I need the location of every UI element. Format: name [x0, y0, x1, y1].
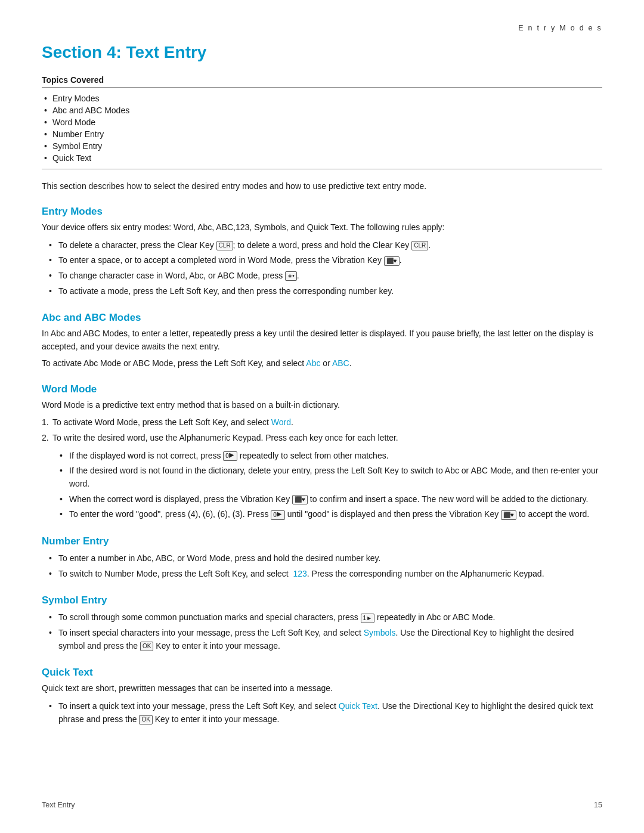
list-item: 1. To activate Word Mode, press the Left… — [42, 415, 602, 431]
list-item: To switch to Number Mode, press the Left… — [48, 566, 602, 582]
symbol-entry-list: To scroll through some common punctuatio… — [48, 610, 602, 654]
word-mode-body: Word Mode is a predictive text entry met… — [42, 399, 602, 523]
list-item: To scroll through some common punctuatio… — [48, 610, 602, 625]
list-item: To delete a character, press the Clear K… — [48, 238, 602, 253]
list-item: To insert a quick text into your message… — [48, 699, 602, 727]
word-mode-sub-list: If the displayed word is not correct, pr… — [58, 448, 602, 522]
entry-modes-body: Your device offers six entry modes: Word… — [42, 221, 602, 299]
topics-list: Entry Modes Abc and ABC Modes Word Mode … — [42, 92, 602, 164]
vib-key-3: ⬛♥ — [501, 510, 516, 520]
quick-text-intro: Quick text are short, prewritten message… — [42, 682, 602, 695]
abc-modes-para2-end: . — [349, 358, 352, 368]
entry-modes-intro: Your device offers six entry modes: Word… — [42, 221, 602, 234]
header-section-label: E n t r y M o d e s — [42, 24, 602, 32]
quick-text-body: Quick text are short, prewritten message… — [42, 682, 602, 727]
abc-modes-para2-mid: or — [320, 358, 332, 368]
entry-modes-list: To delete a character, press the Clear K… — [48, 238, 602, 299]
intro-text: This section describes how to select the… — [42, 180, 602, 193]
0next-key-2: 0⯈ — [271, 510, 285, 520]
abc-modes-para2: To activate Abc Mode or ABC Mode, press … — [42, 357, 602, 370]
num-2-text: To write the desired word, use the Alpha… — [52, 432, 398, 445]
number-entry-body: To enter a number in Abc, ABC, or Word M… — [42, 551, 602, 581]
abc-modes-heading: Abc and ABC Modes — [42, 312, 602, 324]
symbol-entry-body: To scroll through some common punctuatio… — [42, 610, 602, 654]
list-item: When the correct word is displayed, pres… — [58, 492, 602, 507]
list-item: Symbol Entry — [42, 140, 602, 152]
1or-key: 1► — [361, 614, 374, 623]
ok-key-1: OK — [140, 642, 153, 651]
topics-divider-bottom — [42, 169, 602, 169]
quick-text-link[interactable]: Quick Text — [339, 701, 377, 711]
list-item: If the displayed word is not correct, pr… — [58, 448, 602, 464]
number-entry-list: To enter a number in Abc, ABC, or Word M… — [48, 551, 602, 581]
abc-modes-para2-text: To activate Abc Mode or ABC Mode, press … — [42, 358, 306, 368]
topics-covered-label: Topics Covered — [42, 75, 602, 85]
list-item: If the desired word is not found in the … — [58, 463, 602, 491]
list-item: To enter the word "good", press (4), (6)… — [58, 507, 602, 522]
list-item: Number Entry — [42, 128, 602, 140]
num-1: 1. — [42, 416, 52, 429]
vib-key-2: ⬛♥ — [292, 495, 308, 504]
vib-key-1: ⬛♥ — [384, 256, 400, 266]
symbol-entry-section: Symbol Entry To scroll through some comm… — [42, 594, 602, 654]
topics-covered-block: Topics Covered Entry Modes Abc and ABC M… — [42, 75, 602, 169]
symbols-link[interactable]: Symbols — [364, 628, 396, 637]
clr-key-1: CLR — [216, 241, 233, 250]
abc-modes-section: Abc and ABC Modes In Abc and ABC Modes, … — [42, 312, 602, 370]
number-entry-heading: Number Entry — [42, 535, 602, 547]
page-footer: Text Entry 15 — [0, 801, 644, 809]
footer-right: 15 — [594, 801, 602, 809]
topics-divider-top — [42, 87, 602, 88]
123-link[interactable]: 123 — [293, 569, 306, 578]
num-1-text: To activate Word Mode, press the Left So… — [52, 416, 293, 429]
list-item: To activate a mode, press the Left Soft … — [48, 284, 602, 299]
word-link[interactable]: Word — [271, 417, 291, 427]
ABC-link[interactable]: ABC — [332, 358, 349, 368]
clr-key-2: CLR — [411, 241, 428, 250]
abc-modes-body: In Abc and ABC Modes, to enter a letter,… — [42, 327, 602, 370]
star-key: ∗• — [285, 271, 297, 281]
word-mode-heading: Word Mode — [42, 383, 602, 395]
page-title: Section 4: Text Entry — [42, 43, 602, 62]
quick-text-heading: Quick Text — [42, 667, 602, 679]
list-item: To change character case in Word, Abc, o… — [48, 268, 602, 284]
list-item: To enter a space, or to accept a complet… — [48, 253, 602, 268]
abc-modes-para1: In Abc and ABC Modes, to enter a letter,… — [42, 327, 602, 353]
list-item: Word Mode — [42, 116, 602, 128]
footer-left: Text Entry — [42, 801, 75, 809]
0next-key-1: 0⯈ — [223, 451, 237, 461]
abc-link[interactable]: Abc — [306, 358, 320, 368]
list-item: 2. To write the desired word, use the Al… — [42, 431, 602, 446]
symbol-entry-heading: Symbol Entry — [42, 594, 602, 606]
entry-modes-section: Entry Modes Your device offers six entry… — [42, 206, 602, 299]
list-item: Abc and ABC Modes — [42, 104, 602, 116]
word-mode-numbered-list: 1. To activate Word Mode, press the Left… — [42, 415, 602, 445]
quick-text-list: To insert a quick text into your message… — [48, 699, 602, 727]
number-entry-section: Number Entry To enter a number in Abc, A… — [42, 535, 602, 581]
list-item: To enter a number in Abc, ABC, or Word M… — [48, 551, 602, 566]
word-mode-intro: Word Mode is a predictive text entry met… — [42, 399, 602, 412]
entry-modes-heading: Entry Modes — [42, 206, 602, 218]
list-item: To insert special characters into your m… — [48, 625, 602, 654]
ok-key-2: OK — [139, 715, 152, 724]
list-item: Entry Modes — [42, 92, 602, 104]
quick-text-section: Quick Text Quick text are short, prewrit… — [42, 667, 602, 727]
num-2: 2. — [42, 432, 52, 445]
word-mode-section: Word Mode Word Mode is a predictive text… — [42, 383, 602, 523]
list-item: Quick Text — [42, 152, 602, 164]
